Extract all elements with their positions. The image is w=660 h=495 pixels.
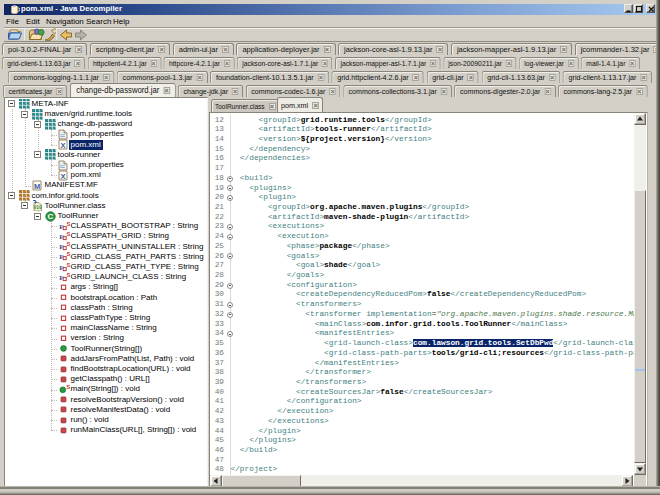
svg-text:S: S (66, 231, 69, 237)
svg-text:S: S (66, 242, 69, 248)
svg-text:S: S (66, 252, 69, 258)
svg-text:X: X (60, 141, 65, 150)
svg-text:S: S (66, 272, 69, 278)
svg-text:M: M (33, 182, 39, 191)
svg-text:S: S (66, 384, 70, 390)
svg-text:S: S (66, 262, 69, 268)
svg-text:S: S (66, 221, 69, 227)
svg-text:X: X (60, 171, 65, 180)
svg-text:C: C (47, 212, 53, 221)
